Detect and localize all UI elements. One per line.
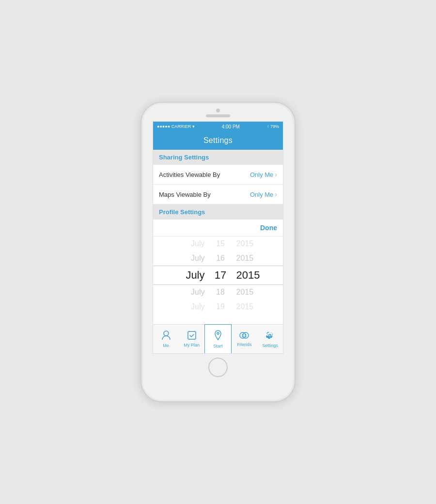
day-15: 15 [215, 239, 227, 248]
status-bar: ●●●●● CARRIER ▾ 4:00 PM ↑ 79% [153, 122, 283, 131]
tab-start-label: Start [214, 344, 223, 348]
svg-rect-1 [188, 331, 196, 339]
month-18: July [176, 288, 205, 297]
status-battery: ↑ 79% [267, 124, 279, 129]
tab-me[interactable]: Me [153, 325, 179, 353]
day-17: 17 [215, 269, 227, 282]
chevron-icon-2: › [275, 190, 277, 198]
year-19: 2015 [236, 302, 261, 311]
date-row-july-18: July 18 2015 [153, 285, 283, 299]
start-icon [214, 330, 222, 342]
svg-point-5 [242, 334, 243, 335]
done-button[interactable]: Done [260, 224, 277, 232]
svg-point-6 [243, 334, 244, 335]
month-16: July [176, 254, 205, 263]
year-17: 2015 [236, 269, 261, 282]
myplan-icon [187, 331, 196, 341]
date-picker[interactable]: July 15 2015 July 16 2015 July 17 2015 J… [153, 236, 283, 324]
me-icon [162, 331, 171, 342]
chevron-icon: › [275, 171, 277, 178]
date-row-july-16: July 16 2015 [153, 251, 283, 266]
month-19: July [176, 302, 205, 311]
phone-mic-bar [206, 114, 230, 117]
day-18: 18 [215, 288, 227, 297]
month-17: July [176, 269, 205, 282]
date-row-july-17-selected[interactable]: July 17 2015 [153, 266, 283, 285]
home-button[interactable] [208, 358, 228, 377]
tab-bar: Me My Plan Start [153, 324, 283, 353]
done-row: Done [153, 220, 283, 236]
svg-point-0 [164, 331, 169, 336]
profile-settings-header: Profile Settings [153, 205, 283, 220]
page-title: Settings [203, 136, 233, 144]
friends-icon [239, 331, 249, 341]
tab-myplan[interactable]: My Plan [179, 325, 204, 353]
tab-start[interactable]: Start [204, 324, 231, 353]
year-16: 2015 [236, 254, 261, 263]
status-time: 4:00 PM [222, 124, 240, 129]
year-18: 2015 [236, 288, 261, 297]
date-row-july-15: July 15 2015 [153, 236, 283, 251]
tab-friends-label: Friends [237, 342, 251, 347]
activities-value: Only Me › [250, 171, 277, 178]
year-15: 2015 [236, 239, 261, 248]
phone-frame: ●●●●● CARRIER ▾ 4:00 PM ↑ 79% Settings S… [140, 102, 296, 402]
svg-point-7 [245, 334, 246, 335]
tab-settings-label: Settings [262, 343, 278, 348]
maps-value: Only Me › [250, 190, 277, 198]
phone-speaker [216, 109, 220, 112]
tab-friends[interactable]: Friends [232, 325, 257, 353]
maps-viewable-item[interactable]: Maps Viewable By Only Me › [153, 185, 283, 205]
tab-settings[interactable]: Settings [257, 325, 283, 353]
month-15: July [176, 239, 205, 248]
nav-header: Settings [153, 131, 283, 150]
tab-me-label: Me [163, 343, 169, 348]
activities-label: Activities Viewable By [159, 171, 220, 178]
day-16: 16 [215, 254, 227, 263]
date-row-july-19: July 19 2015 [153, 299, 283, 314]
sharing-settings-header: Sharing Settings [153, 150, 283, 165]
svg-point-2 [217, 332, 219, 334]
activities-viewable-item[interactable]: Activities Viewable By Only Me › [153, 165, 283, 185]
settings-gear-icon [265, 331, 275, 342]
tab-myplan-label: My Plan [184, 343, 200, 347]
day-19: 19 [215, 302, 227, 311]
phone-screen: ●●●●● CARRIER ▾ 4:00 PM ↑ 79% Settings S… [153, 121, 283, 354]
status-carrier: ●●●●● CARRIER ▾ [157, 124, 195, 129]
maps-label: Maps Viewable By [159, 191, 211, 198]
svg-point-8 [246, 334, 247, 335]
